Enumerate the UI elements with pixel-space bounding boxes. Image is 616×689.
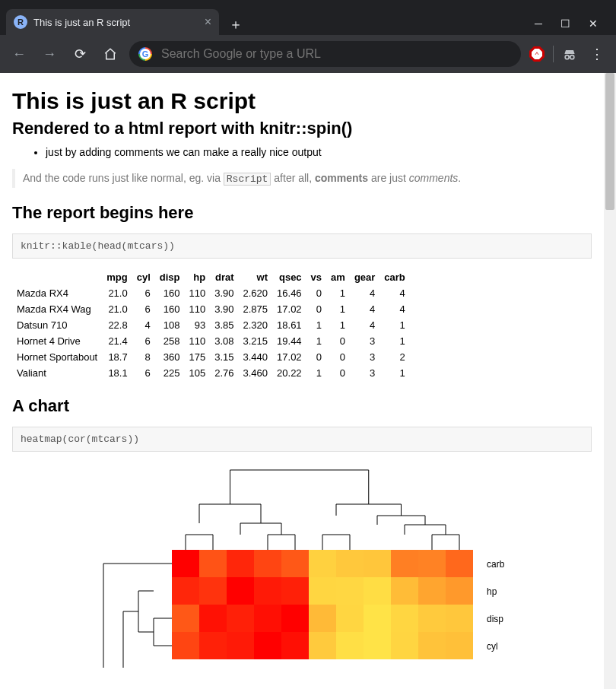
table-header — [12, 269, 102, 285]
table-cell: 4 — [379, 285, 409, 301]
table-cell: Datsun 710 — [12, 317, 102, 333]
table-cell: 4 — [132, 317, 155, 333]
heatmap-row-label: cyl — [487, 641, 498, 652]
heatmap-cell — [254, 605, 281, 632]
table-cell: 4 — [350, 301, 379, 317]
heatmap-cell — [391, 550, 418, 577]
table-cell: 6 — [132, 333, 155, 349]
heatmap-cell — [281, 577, 309, 605]
table-header: disp — [155, 269, 185, 285]
table-cell: 3 — [350, 365, 379, 381]
heatmap-cell — [227, 632, 254, 659]
heatmap-cell — [336, 550, 364, 577]
table-cell: 1 — [379, 333, 409, 349]
heatmap-cell — [172, 605, 199, 632]
table-cell: 93 — [185, 317, 211, 333]
table-cell: 105 — [185, 365, 211, 381]
table-cell: 6 — [132, 301, 155, 317]
table-cell: 258 — [155, 333, 185, 349]
vertical-scrollbar[interactable] — [604, 73, 616, 689]
heatmap-plot: carbhpdispcyl — [12, 462, 590, 668]
heatmap-cell — [199, 632, 227, 659]
table-cell: 21.0 — [102, 301, 132, 317]
home-icon[interactable] — [99, 43, 122, 65]
heatmap-cell — [199, 550, 227, 577]
table-cell: 110 — [185, 333, 211, 349]
table-cell: 1 — [306, 317, 326, 333]
note-bold: comments — [315, 172, 368, 184]
heatmap-cell — [446, 632, 473, 659]
heatmap-cell — [309, 605, 336, 632]
table-cell: 18.7 — [102, 349, 132, 365]
table-cell: 3.85 — [210, 317, 238, 333]
table-cell: 1 — [326, 317, 350, 333]
note-text: And the code runs just like normal, eg. … — [23, 172, 224, 184]
window-controls: ─ ☐ ✕ — [535, 12, 610, 35]
heatmap-cell — [446, 577, 473, 605]
heatmap-cell — [254, 632, 281, 659]
table-cell: 22.8 — [102, 317, 132, 333]
table-cell: 8 — [132, 349, 155, 365]
heatmap-cell — [364, 577, 391, 605]
table-cell: 6 — [132, 365, 155, 381]
table-row: Hornet Sportabout18.783601753.153.44017.… — [12, 349, 410, 365]
table-header: vs — [306, 269, 326, 285]
forward-icon[interactable]: → — [38, 43, 61, 65]
svg-point-1 — [570, 56, 574, 59]
code-text: knitr::kable(head(mtcars)) — [21, 240, 175, 252]
document-body: This is just an R script Rendered to a h… — [0, 73, 604, 689]
table-cell: 1 — [326, 285, 350, 301]
close-tab-icon[interactable]: × — [205, 15, 211, 29]
separator — [553, 46, 554, 62]
table-cell: 2 — [379, 349, 409, 365]
heatmap-cell — [227, 577, 254, 605]
table-header: carb — [379, 269, 409, 285]
maximize-icon[interactable]: ☐ — [560, 17, 570, 30]
inline-code: Rscript — [224, 173, 271, 186]
heatmap-cell — [336, 605, 364, 632]
heatmap-cell — [418, 577, 446, 605]
table-cell: 3.215 — [239, 333, 273, 349]
browser-toolbar: ← → ⟳ ⋮ — [0, 35, 616, 73]
heatmap-cell — [446, 605, 473, 632]
note-text: are just — [368, 172, 409, 184]
section-heading: The report begins here — [12, 203, 592, 223]
table-row: Mazda RX4 Wag21.061601103.902.87517.0201… — [12, 301, 410, 317]
adblock-icon[interactable] — [529, 46, 545, 62]
browser-tab[interactable]: R This is just an R script × — [6, 9, 219, 35]
address-input[interactable] — [160, 46, 512, 62]
table-cell: 2.875 — [239, 301, 273, 317]
table-cell: 1 — [306, 365, 326, 381]
heatmap-row-label: disp — [487, 614, 503, 624]
reload-icon[interactable]: ⟳ — [68, 43, 91, 65]
kebab-menu-icon[interactable]: ⋮ — [586, 43, 608, 65]
table-cell: 0 — [326, 333, 350, 349]
table-cell: 21.4 — [102, 333, 132, 349]
new-tab-button[interactable]: ＋ — [225, 14, 246, 35]
heatmap-cell — [336, 577, 364, 605]
heatmap-cell — [254, 550, 281, 577]
table-cell: 20.22 — [272, 365, 306, 381]
table-cell: 21.0 — [102, 285, 132, 301]
table-cell: 3.440 — [239, 349, 273, 365]
heatmap-cell — [418, 605, 446, 632]
scrollbar-thumb[interactable] — [605, 73, 614, 210]
code-block: knitr::kable(head(mtcars)) — [12, 233, 592, 259]
heatmap-cell — [281, 605, 309, 632]
note-text: after all, — [271, 172, 315, 184]
table-cell: 0 — [326, 365, 350, 381]
minimize-icon[interactable]: ─ — [535, 17, 542, 30]
omnibox[interactable] — [129, 41, 521, 67]
blockquote-note: And the code runs just like normal, eg. … — [12, 169, 592, 188]
heatmap-cell — [391, 632, 418, 659]
table-header: cyl — [132, 269, 155, 285]
back-icon[interactable]: ← — [8, 43, 30, 65]
heatmap-cell — [336, 632, 364, 659]
heatmap-cell — [227, 605, 254, 632]
close-window-icon[interactable]: ✕ — [589, 17, 598, 30]
table-cell: 6 — [132, 285, 155, 301]
tab-title: This is just an R script — [33, 17, 198, 28]
heatmap-cell — [172, 550, 199, 577]
page-subtitle: Rendered to a html report with knitr::sp… — [12, 119, 592, 138]
table-header: mpg — [102, 269, 132, 285]
